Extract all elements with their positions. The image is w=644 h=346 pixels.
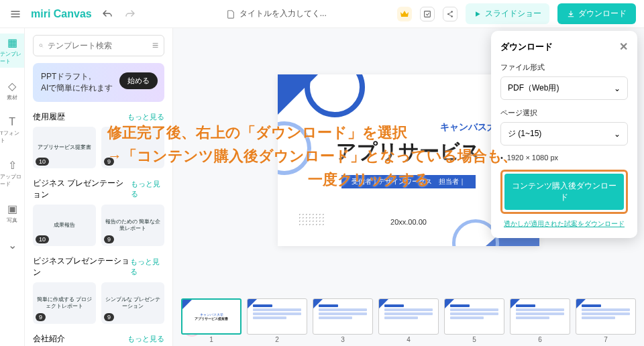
search-icon	[39, 41, 44, 50]
section-more[interactable]: もっと見る	[127, 112, 164, 122]
section-title: ビジネスプレゼンテーション	[33, 255, 130, 278]
chevron-down-icon: ⌄	[614, 129, 621, 139]
download-button[interactable]: ダウンロード	[557, 3, 636, 24]
rail-more[interactable]: ⌄	[0, 236, 24, 254]
search-input[interactable]	[48, 41, 148, 50]
title-input[interactable]: タイトルを入力してく...	[239, 8, 327, 19]
template-panel: ≡ PPTドラフト, AIで簡単に作れます 始める 使用履歴もっと見るアプリサー…	[25, 28, 173, 346]
svg-point-4	[40, 44, 42, 47]
film-thumb[interactable]: 4	[378, 298, 439, 343]
rail-templates[interactable]: ▦テンプレート	[0, 34, 24, 68]
dl-watermark-link[interactable]: 透かしが適用された試案をダウンロード	[500, 219, 628, 229]
dl-page-select[interactable]: ジ (1~15) ⌄	[500, 122, 628, 146]
film-thumb[interactable]: 3	[313, 298, 373, 343]
rail-elements[interactable]: ◇素材	[0, 77, 24, 104]
menu-icon[interactable]	[8, 7, 23, 21]
share-icon[interactable]	[443, 7, 458, 21]
svg-rect-0	[425, 11, 431, 17]
film-thumb[interactable]: 5	[444, 298, 504, 343]
section-title: ビジネス プレゼンテーション	[33, 178, 131, 200]
undo-icon[interactable]	[100, 7, 115, 21]
section-title: 会社紹介	[33, 333, 65, 345]
dl-title: ダウンロード	[500, 41, 553, 53]
file-icon	[226, 9, 235, 19]
film-thumb[interactable]: 7	[576, 298, 636, 343]
save-icon[interactable]	[420, 7, 435, 21]
premium-icon[interactable]	[397, 7, 412, 21]
search-box[interactable]: ≡	[33, 35, 164, 56]
template-thumb[interactable]: シンプルな プレゼンテーション9	[101, 282, 164, 324]
template-thumb[interactable]: 報告のための 簡単な企業レポート9	[101, 205, 164, 246]
rail-photo[interactable]: ▣写真	[0, 200, 24, 227]
section-more[interactable]: もっと見る	[127, 334, 164, 344]
section-more[interactable]: もっと見る	[130, 257, 164, 277]
dl-purchase-button[interactable]: コンテンツ購入後ダウンロード	[504, 174, 624, 210]
film-thumb[interactable]: 2	[247, 298, 307, 343]
film-thumb[interactable]: 6	[510, 298, 570, 343]
rail-font[interactable]: TTフォント	[0, 113, 24, 147]
download-panel: ダウンロード ✕ ファイル形式 PDF（Web用) ⌄ ページ選択 ジ (1~1…	[491, 31, 637, 238]
promo-banner[interactable]: PPTドラフト, AIで簡単に作れます 始める	[33, 63, 164, 102]
promo-start-button[interactable]: 始める	[119, 72, 158, 89]
filter-icon[interactable]: ≡	[152, 40, 158, 52]
rail-upload[interactable]: ⇧アップロード	[0, 156, 24, 190]
template-thumb[interactable]: 9	[101, 127, 164, 168]
template-thumb[interactable]: 成果報告10	[33, 205, 96, 246]
chevron-down-icon: ⌄	[614, 84, 621, 93]
section-title: 使用履歴	[33, 111, 65, 123]
logo: miri Canvas	[31, 8, 92, 20]
dl-file-select[interactable]: PDF（Web用) ⌄	[500, 76, 628, 100]
dl-page-label: ページ選択	[500, 108, 628, 118]
close-icon[interactable]: ✕	[619, 40, 628, 53]
template-thumb[interactable]: 簡単に作成する プロジェクトレポート9	[33, 282, 96, 324]
template-thumb[interactable]: アプリサービス提案書10	[33, 127, 96, 168]
slide-sub: 受信者｜デザインワークス 担当者｜	[341, 175, 476, 188]
filmstrip: キャンバス大学アプリサービス提案書1234567	[173, 292, 644, 346]
dl-file-label: ファイル形式	[500, 62, 628, 72]
redo-icon[interactable]	[123, 7, 138, 21]
slideshow-button[interactable]: スライドショー	[466, 3, 549, 24]
side-rail: ▦テンプレート ◇素材 TTフォント ⇧アップロード ▣写真 ⌄	[0, 28, 25, 346]
dl-size: 1920 × 1080 px	[500, 154, 628, 162]
section-more[interactable]: もっと見る	[131, 179, 164, 199]
